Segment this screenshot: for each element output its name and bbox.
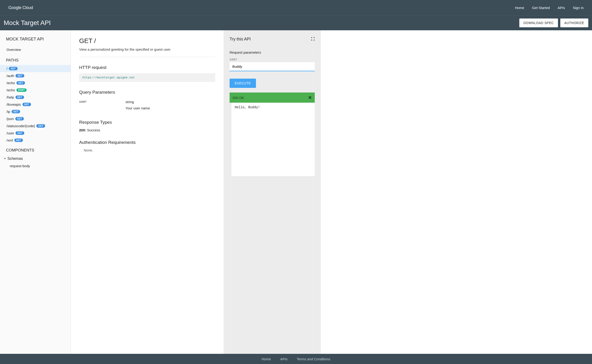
method-badge: GET: [15, 131, 24, 135]
nav-links: Home Get Started APIs Sign In: [515, 6, 584, 10]
query-params-table: user string Your user name.: [79, 98, 215, 112]
try-title: Try this API: [230, 37, 251, 42]
sidebar-path-item[interactable]: /userGET: [0, 130, 71, 137]
path-text: /statuscode/{code}: [7, 124, 35, 128]
sidebar-path-item[interactable]: /GET: [0, 65, 71, 72]
sidebar-schemas-row[interactable]: Schemas: [0, 155, 71, 162]
logo: Google Cloud: [8, 5, 33, 10]
api-title: Mock Target API: [4, 19, 51, 26]
param-name: user: [79, 100, 125, 110]
sidebar-path-item[interactable]: /xmlGET: [0, 137, 71, 144]
sidebar-path-item[interactable]: /ipGET: [0, 108, 71, 115]
query-params-heading: Query Parameters: [79, 90, 215, 95]
authorize-button[interactable]: AUTHORIZE: [560, 19, 588, 27]
auth-none: None.: [79, 148, 215, 152]
user-input[interactable]: [230, 62, 315, 71]
sub-header: Mock Target API DOWNLOAD SPEC AUTHORIZE: [0, 15, 592, 30]
method-badge: GET: [16, 81, 25, 85]
path-text: /auth: [7, 74, 14, 78]
main-content: GET / View a personalized greeting for t…: [71, 30, 592, 354]
response-status-text: 200 OK: [232, 96, 244, 100]
download-spec-button[interactable]: DOWNLOAD SPEC: [519, 19, 558, 27]
sidebar-path-item[interactable]: /echoPOST: [0, 86, 71, 94]
layout: MOCK TARGET API Overview PATHS /GET/auth…: [0, 30, 592, 354]
param-type: string: [125, 100, 215, 104]
nav-apis[interactable]: APIs: [558, 6, 565, 10]
method-badge: GET: [12, 110, 20, 113]
method-badge: POST: [16, 88, 27, 92]
method-badge: GET: [15, 74, 24, 78]
nav-home[interactable]: Home: [515, 6, 524, 10]
footer-terms[interactable]: Terms and Conditions: [297, 357, 330, 361]
path-text: /json: [7, 117, 14, 121]
response-body: Hello, Buddy!: [230, 103, 315, 176]
query-param-row: user string Your user name.: [79, 98, 215, 112]
response-line: 200: Success: [79, 128, 215, 132]
sidebar-api-name: MOCK TARGET API: [0, 37, 71, 45]
doc-panel: GET / View a personalized greeting for t…: [71, 30, 224, 354]
expand-icon[interactable]: [311, 37, 315, 42]
path-text: /echo: [7, 81, 15, 85]
path-text: /iloveapis: [7, 103, 21, 106]
try-panel: Try this API Request parameters user EXE…: [224, 30, 321, 354]
endpoint-title: GET /: [79, 37, 215, 45]
param-desc: Your user name.: [125, 106, 215, 110]
method-badge: GET: [15, 117, 24, 120]
logo-suffix: Cloud: [22, 5, 33, 10]
path-text: /: [7, 67, 7, 71]
endpoint-description: View a personalized greeting for the spe…: [79, 47, 215, 57]
sidebar-schema-item[interactable]: request-body: [0, 162, 71, 169]
sidebar-paths-heading: PATHS: [0, 54, 71, 65]
auth-heading: Authentication Requirements: [79, 140, 215, 145]
request-params-label: Request parameters: [230, 50, 315, 54]
sidebar-path-item[interactable]: /iloveapisGET: [0, 101, 71, 108]
logo-prefix: Google: [8, 5, 21, 10]
path-text: /user: [7, 131, 14, 135]
param-info: string Your user name.: [125, 100, 215, 110]
sidebar-schemas-label: Schemas: [7, 156, 23, 161]
path-text: /echo: [7, 88, 15, 92]
sidebar: MOCK TARGET API Overview PATHS /GET/auth…: [0, 30, 71, 354]
sidebar-path-item[interactable]: /helpGET: [0, 94, 71, 101]
response-status-bar: 200 OK ✕: [230, 92, 315, 103]
method-badge: GET: [22, 103, 31, 106]
sidebar-path-item[interactable]: /statuscode/{code}GET: [0, 122, 71, 130]
footer-home[interactable]: Home: [262, 357, 271, 361]
sidebar-path-list: /GET/authGET/echoGET/echoPOST/helpGET/il…: [0, 65, 71, 144]
chevron-down-icon: [4, 158, 6, 159]
sidebar-path-item[interactable]: /echoGET: [0, 79, 71, 86]
method-badge: GET: [14, 138, 23, 142]
param-field-label: user: [230, 58, 315, 61]
method-badge: GET: [36, 124, 45, 128]
response-text: Success: [86, 128, 100, 132]
http-request-heading: HTTP request: [79, 65, 215, 70]
close-icon[interactable]: ✕: [308, 95, 312, 100]
footer: Home APIs Terms and Conditions: [0, 354, 592, 364]
try-header: Try this API: [230, 37, 315, 42]
sidebar-path-item[interactable]: /jsonGET: [0, 115, 71, 122]
method-badge: GET: [15, 96, 24, 99]
method-badge: GET: [9, 67, 17, 70]
subhead-buttons: DOWNLOAD SPEC AUTHORIZE: [519, 19, 588, 27]
sidebar-path-item[interactable]: /authGET: [0, 72, 71, 79]
path-text: /xml: [7, 138, 13, 142]
sidebar-overview[interactable]: Overview: [0, 45, 71, 54]
sidebar-components-heading: COMPONENTS: [0, 144, 71, 155]
execute-button[interactable]: EXECUTE: [230, 79, 256, 88]
path-text: /help: [7, 95, 14, 99]
http-request-url: https://mocktarget.apigee.net: [79, 73, 215, 82]
nav-get-started[interactable]: Get Started: [532, 6, 550, 10]
response-code: 200:: [79, 128, 86, 132]
top-nav: Google Cloud Home Get Started APIs Sign …: [0, 0, 592, 15]
footer-apis[interactable]: APIs: [280, 357, 288, 361]
nav-sign-in[interactable]: Sign In: [573, 6, 584, 10]
response-types-heading: Response Types: [79, 120, 215, 125]
path-text: /ip: [7, 110, 10, 114]
